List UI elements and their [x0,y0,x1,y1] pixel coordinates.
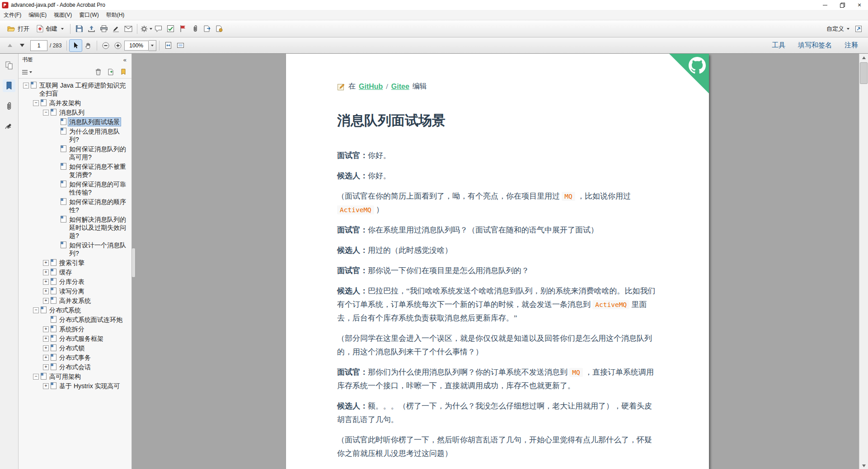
bookmark-label[interactable]: 分布式系统面试连环炮 [58,316,123,324]
bookmark-item[interactable]: +搜索引擎 [19,259,130,267]
expand-tools-button[interactable] [852,23,864,35]
bookmark-item[interactable]: −互联网 Java 工程师进阶知识完全扫盲 [19,81,130,98]
bookmark-label[interactable]: 为什么使用消息队列? [68,127,130,144]
bookmark-label[interactable]: 高并发系统 [58,297,92,305]
expand-toggle[interactable]: + [43,336,49,342]
bookmark-label[interactable]: 搜索引擎 [58,259,85,267]
collapse-toggle[interactable]: − [33,100,39,106]
review-button[interactable] [164,23,177,35]
delete-bookmark-button[interactable] [93,67,103,77]
select-tool-button[interactable] [70,40,82,51]
bookmark-item[interactable]: +分布式服务框架 [19,334,130,343]
bookmark-label[interactable]: 系统拆分 [58,325,85,333]
bookmark-item[interactable]: 消息队列面试场景 [19,118,130,126]
zoom-in-button[interactable] [112,40,124,51]
bookmark-label[interactable]: 如何解决消息队列的延时以及过期失效问题? [68,215,130,240]
expand-toggle[interactable]: + [43,355,49,361]
bookmark-item[interactable]: −消息队列 [19,108,130,116]
bookmark-label[interactable]: 高可用架构 [48,372,82,381]
tools-tab[interactable]: 工具 [765,41,792,50]
restore-button[interactable] [834,0,851,10]
bookmark-item[interactable]: −高可用架构 [19,372,130,381]
new-bookmark-button[interactable] [105,67,116,77]
bookmark-item[interactable]: +分布式会话 [19,363,130,371]
bookmark-label[interactable]: 基于 Hystrix 实现高可 [58,382,121,390]
bookmark-label[interactable]: 分布式服务框架 [58,334,104,343]
print-button[interactable] [98,23,110,35]
scroll-down-button[interactable] [859,462,868,469]
menu-view[interactable]: 视图(V) [50,10,75,20]
attach-file-button[interactable] [189,23,201,35]
bookmark-item[interactable]: +分库分表 [19,278,130,286]
export-button[interactable] [201,23,213,35]
bookmark-item[interactable]: +基于 Hystrix 实现高可 [19,382,130,390]
github-link[interactable]: GitHub [359,83,383,91]
bookmark-item[interactable]: 为什么使用消息队列? [19,127,130,144]
bookmark-item[interactable]: +高并发系统 [19,297,130,305]
scroll-up-button[interactable] [859,54,868,61]
bookmark-label[interactable]: 分布式锁 [58,344,85,352]
bookmark-item[interactable]: +读写分离 [19,287,130,295]
page-number-input[interactable] [30,40,47,51]
bookmark-item[interactable]: 如何保证消息的可靠性传输? [19,180,130,196]
close-button[interactable]: × [851,0,868,10]
bookmark-options-button[interactable] [21,67,32,77]
bookmark-label[interactable]: 如何设计一个消息队列? [68,241,130,257]
menu-help[interactable]: 帮助(H) [103,10,128,20]
attachments-panel-button[interactable] [3,100,15,112]
prev-page-button[interactable] [4,40,16,51]
bookmark-label[interactable]: 如何保证消息队列的高可用? [68,145,130,161]
bookmark-label[interactable]: 分布式事务 [58,353,92,362]
flag-button[interactable] [177,23,189,35]
bookmark-label[interactable]: 如何保证消息的顺序性? [68,198,130,214]
bookmark-item[interactable]: 如何保证消息的顺序性? [19,198,130,214]
bookmark-item[interactable]: 分布式系统面试连环炮 [19,316,130,324]
bookmark-label[interactable]: 分布式系统 [48,306,82,314]
bookmark-item[interactable]: 如何保证消息不被重复消费? [19,163,130,179]
bookmarks-panel-button[interactable] [3,79,15,92]
highlight-bookmark-button[interactable] [118,67,129,77]
fill-sign-tab[interactable]: 填写和签名 [792,41,838,50]
comment-button[interactable] [152,23,164,35]
collapse-toggle[interactable]: − [23,83,29,88]
bookmark-label[interactable]: 如何保证消息的可靠性传输? [68,180,130,196]
expand-toggle[interactable]: + [43,260,49,266]
bookmark-label[interactable]: 分库分表 [58,278,85,286]
zoom-level-display[interactable]: 100% [124,41,149,51]
expand-toggle[interactable]: + [43,326,49,332]
bookmark-label[interactable]: 读写分离 [58,287,85,295]
bookmark-item[interactable]: +分布式事务 [19,353,130,362]
bookmark-label[interactable]: 分布式会话 [58,363,92,371]
menu-file[interactable]: 文件(F) [0,10,25,20]
collapse-toggle[interactable]: − [43,110,49,116]
hand-tool-button[interactable] [82,40,94,51]
bookmark-item[interactable]: 如何解决消息队列的延时以及过期失效问题? [19,215,130,240]
collapse-toggle[interactable]: − [33,374,39,380]
bookmark-label[interactable]: 消息队列面试场景 [68,118,121,126]
create-button[interactable]: 创建 [33,23,67,34]
signatures-panel-button[interactable] [3,120,15,133]
gitee-link[interactable]: Gitee [391,83,409,91]
bookmark-label[interactable]: 互联网 Java 工程师进阶知识完全扫盲 [38,81,130,98]
bookmark-item[interactable]: 如何保证消息队列的高可用? [19,145,130,161]
next-page-button[interactable] [16,40,28,51]
menu-edit[interactable]: 编辑(E) [25,10,50,20]
minimize-button[interactable] [816,0,834,10]
customize-button[interactable]: 自定义 [824,23,852,34]
page-fit-button[interactable] [162,40,174,51]
zoom-out-button[interactable] [100,40,112,51]
page-width-button[interactable] [174,40,187,51]
bookmark-item[interactable]: +系统拆分 [19,325,130,333]
certify-button[interactable] [213,23,225,35]
settings-button[interactable] [140,23,152,35]
panel-splitter[interactable] [132,248,136,278]
bookmark-item[interactable]: −高并发架构 [19,99,130,107]
expand-toggle[interactable]: + [43,345,49,351]
bookmark-item[interactable]: +缓存 [19,268,130,276]
collapse-panel-button[interactable]: « [122,56,128,63]
save-button[interactable] [73,23,85,35]
expand-toggle[interactable]: + [43,298,49,304]
sign-button[interactable] [110,23,122,35]
email-button[interactable] [122,23,134,35]
bookmark-label[interactable]: 消息队列 [58,108,85,116]
